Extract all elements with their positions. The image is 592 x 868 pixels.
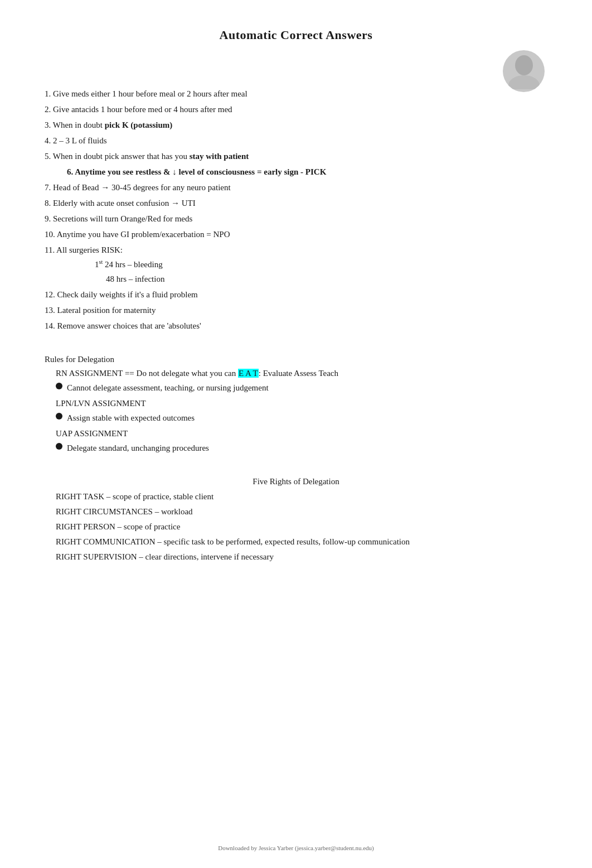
svg-point-1 [508,75,540,89]
avatar-area [503,50,547,95]
bullet-icon [56,443,62,450]
list-item-11a: 1st 24 hrs – bleeding [45,258,547,271]
delegation-title: Rules for Delegation [45,355,547,364]
right-task: RIGHT TASK – scope of practice, stable c… [56,490,547,503]
eat-highlight: E A T [238,369,259,378]
right-supervision: RIGHT SUPERVISION – clear directions, in… [56,550,547,563]
list-item-6: 6. Anytime you see restless & ↓ level of… [45,165,547,179]
list-item: 8. Elderly with acute onset confusion → … [45,196,547,210]
list-item-11b: 48 hrs – infection [45,272,547,286]
rn-assignment-line: RN ASSIGNMENT == Do not delegate what yo… [56,367,547,380]
list-item: 14. Remove answer choices that are 'abso… [45,319,547,332]
footer: Downloaded by Jessica Yarber (jessica.ya… [0,845,592,851]
uap-bullet-item: Delegate standard, unchanging procedures [56,441,547,455]
avatar [503,50,545,92]
list-item-11: 11. All surgeries RISK: [45,243,547,257]
list-item: 1. Give meds either 1 hour before meal o… [45,87,547,100]
list-item: 2. Give antacids 1 hour before med or 4 … [45,103,547,116]
page-title: Automatic Correct Answers [45,28,547,42]
list-item: 10. Anytime you have GI problem/exacerba… [45,228,547,241]
list-item: 12. Check daily weights if it's a fluid … [45,288,547,301]
lpn-bullet-item: Assign stable with expected outcomes [56,411,547,425]
five-rights-title: Five Rights of Delegation [45,477,547,486]
right-person: RIGHT PERSON – scope of practice [56,520,547,533]
list-item: 13. Lateral position for maternity [45,303,547,317]
list-item: 5. When in doubt pick answer that has yo… [45,150,547,163]
delegation-section: Rules for Delegation RN ASSIGNMENT == Do… [45,355,547,455]
list-item: 7. Head of Bead → 30-45 degrees for any … [45,181,547,194]
uap-assignment-label: UAP ASSIGNMENT [56,427,547,440]
five-rights-section: Five Rights of Delegation RIGHT TASK – s… [45,477,547,563]
rn-bullet-item: Cannot delegate assessment, teaching, or… [56,381,547,394]
page: Automatic Correct Answers 1. Give meds e… [0,0,592,868]
svg-point-0 [515,55,533,75]
avatar-icon [507,53,541,89]
lpn-assignment-label: LPN/LVN ASSIGNMENT [56,397,547,410]
bullet-icon [56,383,62,389]
list-item: 9. Secretions will turn Orange/Red for m… [45,212,547,225]
list-item: 3. When in doubt pick K (potassium) [45,118,547,132]
bullet-icon [56,413,62,419]
right-circumstances: RIGHT CIRCUMSTANCES – workload [56,505,547,518]
main-numbered-list: 1. Give meds either 1 hour before meal o… [45,87,547,332]
right-communication: RIGHT COMMUNICATION – specific task to b… [56,535,547,548]
list-item: 4. 2 – 3 L of fluids [45,134,547,147]
